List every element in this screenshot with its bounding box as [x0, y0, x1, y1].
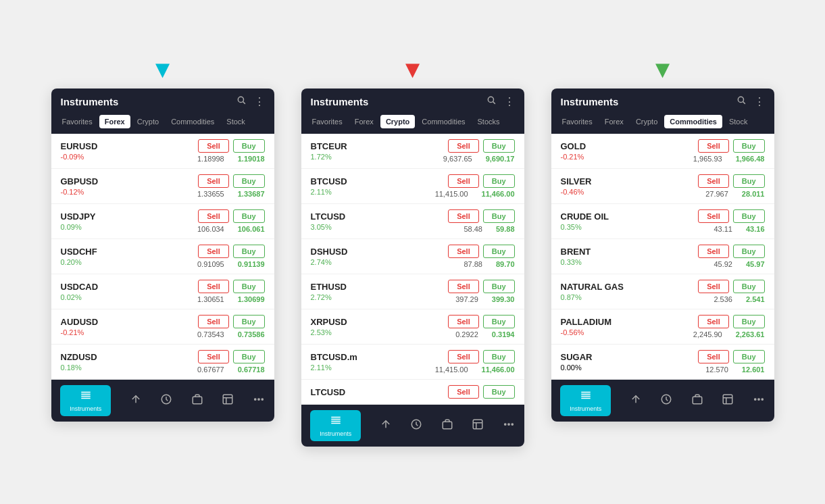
- sell-button-0-0[interactable]: Sell: [198, 139, 229, 153]
- buy-button-2-2[interactable]: Buy: [733, 209, 765, 223]
- nav-item-instruments-0[interactable]: Instruments: [60, 385, 111, 416]
- tab-1-0[interactable]: Favorites: [307, 115, 348, 128]
- tab-1-4[interactable]: Stocks: [472, 115, 505, 128]
- buy-button-1-4[interactable]: Buy: [483, 280, 515, 293]
- header-1: Instruments⋮: [301, 89, 524, 115]
- nav-item-more-1[interactable]: [503, 418, 515, 433]
- buy-button-2-6[interactable]: Buy: [733, 350, 765, 363]
- buy-button-1-1[interactable]: Buy: [483, 174, 515, 188]
- nav-item-more-2[interactable]: [753, 393, 765, 408]
- buy-price-2-3: 45.97: [746, 260, 765, 268]
- btn-row-2-3: SellBuy: [698, 245, 764, 258]
- nav-item-orders-1[interactable]: [380, 418, 392, 433]
- nav-item-portfolio-0[interactable]: [191, 393, 203, 408]
- sell-button-1-3[interactable]: Sell: [448, 245, 479, 258]
- nav-item-news-2[interactable]: [722, 393, 734, 408]
- sell-button-1-4[interactable]: Sell: [448, 280, 479, 293]
- tab-0-2[interactable]: Crypto: [132, 115, 164, 128]
- sell-button-1-0[interactable]: Sell: [448, 139, 479, 153]
- tab-2-2[interactable]: Crypto: [630, 115, 663, 128]
- nav-item-news-0[interactable]: [222, 393, 234, 408]
- sell-button-2-5[interactable]: Sell: [698, 315, 729, 328]
- sell-button-2-0[interactable]: Sell: [698, 139, 729, 153]
- buy-button-0-1[interactable]: Buy: [233, 174, 265, 188]
- btn-row-0-5: SellBuy: [198, 315, 264, 328]
- buy-button-0-4[interactable]: Buy: [233, 280, 265, 293]
- price-group-2-3: SellBuy45.9245.97: [698, 245, 764, 268]
- sell-button-1-1[interactable]: Sell: [448, 174, 479, 188]
- nav-item-portfolio-1[interactable]: [441, 418, 453, 433]
- sell-button-1-5[interactable]: Sell: [448, 315, 479, 328]
- nav-item-more-0[interactable]: [253, 393, 265, 408]
- sell-button-0-3[interactable]: Sell: [198, 245, 229, 258]
- nav-label-instruments-0: Instruments: [70, 405, 101, 412]
- nav-item-history-1[interactable]: [410, 418, 422, 433]
- sell-button-0-6[interactable]: Sell: [198, 350, 229, 363]
- buy-button-0-3[interactable]: Buy: [233, 245, 265, 258]
- sell-button-2-4[interactable]: Sell: [698, 280, 729, 293]
- nav-item-history-0[interactable]: [160, 393, 172, 408]
- sell-button-0-4[interactable]: Sell: [198, 280, 229, 293]
- tab-1-2[interactable]: Crypto: [380, 115, 415, 128]
- nav-item-news-1[interactable]: [472, 418, 484, 433]
- buy-button-2-3[interactable]: Buy: [733, 245, 765, 258]
- buy-button-1-3[interactable]: Buy: [483, 245, 515, 258]
- tab-2-4[interactable]: Stock: [724, 115, 753, 128]
- tab-0-4[interactable]: Stock: [221, 115, 251, 128]
- sell-button-2-3[interactable]: Sell: [698, 245, 729, 258]
- sell-button-0-2[interactable]: Sell: [198, 209, 229, 223]
- buy-button-2-4[interactable]: Buy: [733, 280, 765, 293]
- buy-button-1-5[interactable]: Buy: [483, 315, 515, 328]
- search-icon-0[interactable]: [236, 95, 246, 108]
- search-icon-2[interactable]: [736, 95, 746, 108]
- buy-button-2-0[interactable]: Buy: [733, 139, 765, 153]
- nav-item-history-2[interactable]: [660, 393, 672, 408]
- nav-item-orders-2[interactable]: [630, 393, 642, 408]
- sell-button-2-1[interactable]: Sell: [698, 174, 729, 188]
- tab-1-1[interactable]: Forex: [349, 115, 379, 128]
- more-icon-1[interactable]: ⋮: [504, 95, 515, 108]
- sell-button-2-6[interactable]: Sell: [698, 350, 729, 363]
- buy-button-2-1[interactable]: Buy: [733, 174, 765, 188]
- tab-2-0[interactable]: Favorites: [557, 115, 598, 128]
- sell-button-1-2[interactable]: Sell: [448, 209, 479, 223]
- buy-button-1-6[interactable]: Buy: [483, 350, 515, 363]
- buy-button-1-0[interactable]: Buy: [483, 139, 515, 153]
- sell-price-0-3: 0.91095: [197, 260, 224, 268]
- sell-button-0-5[interactable]: Sell: [198, 315, 229, 328]
- more-icon-0[interactable]: ⋮: [254, 95, 265, 108]
- btn-row-1-5: SellBuy: [448, 315, 514, 328]
- instrument-info-0-6: NZDUSD0.18%: [61, 352, 197, 372]
- tab-0-0[interactable]: Favorites: [57, 115, 98, 128]
- nav-item-orders-0[interactable]: [130, 393, 142, 408]
- sell-button-1-6[interactable]: Sell: [448, 350, 479, 363]
- tab-0-3[interactable]: Commodities: [166, 115, 220, 128]
- instrument-change-1-1: 2.11%: [311, 188, 435, 196]
- nav-item-instruments-1[interactable]: Instruments: [310, 410, 361, 441]
- instrument-info-1-3: DSHUSD2.74%: [311, 247, 449, 266]
- nav-icon-history-0: [160, 393, 172, 408]
- nav-item-portfolio-2[interactable]: [691, 393, 703, 408]
- buy-button-0-5[interactable]: Buy: [233, 315, 265, 328]
- tab-2-3[interactable]: Commodities: [664, 115, 722, 128]
- more-icon-2[interactable]: ⋮: [754, 95, 765, 108]
- search-icon-1[interactable]: [486, 95, 496, 108]
- buy-button-2-5[interactable]: Buy: [733, 315, 765, 328]
- instrument-name-1-4: ETHUSD: [311, 282, 449, 292]
- buy-button-partial-1-7[interactable]: Buy: [483, 385, 515, 399]
- phone-wrapper-2: ▼Instruments⋮FavoritesForexCryptoCommodi…: [551, 57, 774, 422]
- buy-button-0-0[interactable]: Buy: [233, 139, 265, 153]
- sell-button-0-1[interactable]: Sell: [198, 174, 229, 188]
- tab-0-1[interactable]: Forex: [99, 115, 130, 128]
- buy-button-1-2[interactable]: Buy: [483, 209, 515, 223]
- btn-row-0-6: SellBuy: [198, 350, 264, 363]
- nav-item-instruments-2[interactable]: Instruments: [560, 385, 611, 416]
- instrument-name-0-6: NZDUSD: [61, 352, 197, 362]
- buy-button-0-2[interactable]: Buy: [233, 209, 265, 223]
- tab-2-1[interactable]: Forex: [599, 115, 629, 128]
- sell-button-partial-1-7[interactable]: Sell: [448, 385, 479, 399]
- buy-button-0-6[interactable]: Buy: [233, 350, 265, 363]
- instrument-row-1-2: LTCUSD3.05%SellBuy58.4859.88: [301, 204, 524, 239]
- sell-button-2-2[interactable]: Sell: [698, 209, 729, 223]
- tab-1-3[interactable]: Commodities: [416, 115, 470, 128]
